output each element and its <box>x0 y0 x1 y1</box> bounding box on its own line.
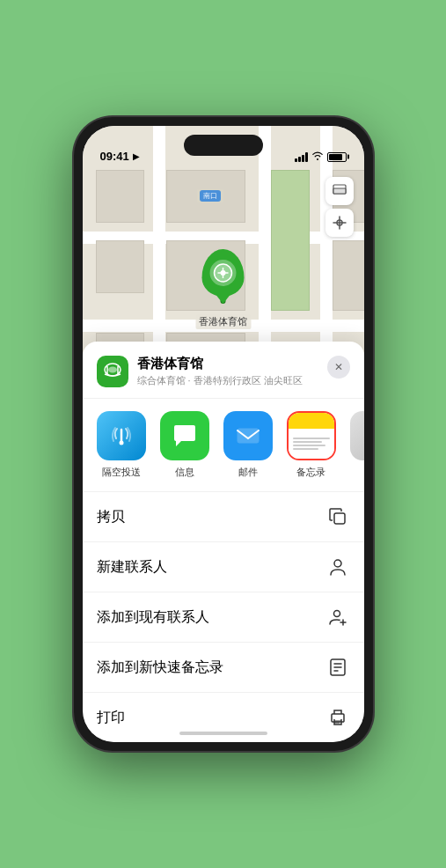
share-apps-row: 隔空投送 信息 <box>83 399 364 492</box>
map-location-button[interactable] <box>325 209 354 237</box>
phone-screen: 09:41 ▶ <box>83 126 364 742</box>
signal-bars <box>295 152 308 162</box>
dynamic-island <box>184 135 263 156</box>
status-icons <box>295 151 347 163</box>
map-layers-button[interactable] <box>325 177 354 205</box>
map-label-north-gate: 南口 <box>197 189 223 202</box>
venue-header: 香港体育馆 综合体育馆 · 香港特别行政区 油尖旺区 ✕ <box>83 356 364 399</box>
messages-label: 信息 <box>175 466 194 479</box>
action-copy[interactable]: 拷贝 <box>83 492 364 542</box>
share-app-notes[interactable]: 备忘录 <box>287 411 336 479</box>
signal-bar-2 <box>298 157 301 162</box>
gate-badge: 南口 <box>200 190 221 202</box>
action-new-contact[interactable]: 新建联系人 <box>83 542 364 592</box>
share-app-messages[interactable]: 信息 <box>160 411 209 479</box>
phone-frame: 09:41 ▶ <box>74 117 373 751</box>
building-3 <box>96 170 144 223</box>
action-add-existing[interactable]: 添加到现有联系人 <box>83 592 364 643</box>
person-icon <box>325 555 350 579</box>
status-time: 09:41 <box>100 150 129 163</box>
signal-bar-4 <box>305 152 308 162</box>
building-4 <box>96 240 144 293</box>
location-icon: ▶ <box>133 151 140 161</box>
copy-icon <box>325 504 350 529</box>
bottom-sheet: 香港体育馆 综合体育馆 · 香港特别行政区 油尖旺区 ✕ <box>83 342 364 742</box>
action-print-label: 打印 <box>97 709 125 727</box>
close-button[interactable]: ✕ <box>327 356 350 379</box>
airdrop-label: 隔空投送 <box>102 466 141 479</box>
messages-icon <box>160 411 209 460</box>
share-app-airdrop[interactable]: 隔空投送 <box>97 411 146 479</box>
mail-label: 邮件 <box>238 466 258 479</box>
wifi-icon <box>311 151 324 163</box>
svg-point-10 <box>334 560 341 567</box>
map-pin-container: 香港体育馆 <box>195 249 251 329</box>
print-icon <box>325 705 350 730</box>
mail-icon <box>223 411 273 460</box>
svg-point-6 <box>108 367 117 373</box>
map-pin-label: 香港体育馆 <box>195 314 251 329</box>
building-green-1 <box>271 170 310 311</box>
action-add-existing-label: 添加到现有联系人 <box>97 608 209 627</box>
share-app-more[interactable]: 提 <box>350 411 364 479</box>
notes-line-3 <box>293 445 326 446</box>
notes-line-1 <box>293 438 330 439</box>
airdrop-icon <box>97 411 146 460</box>
battery-fill <box>329 154 342 160</box>
map-controls <box>325 177 354 237</box>
signal-bar-3 <box>302 155 304 162</box>
signal-bar-1 <box>295 158 297 162</box>
notes-icon-top <box>289 413 334 429</box>
battery-icon <box>327 152 347 162</box>
svg-point-1 <box>221 270 226 276</box>
venue-subtitle: 综合体育馆 · 香港特别行政区 油尖旺区 <box>137 374 327 387</box>
map-pin-inner <box>210 260 237 286</box>
svg-rect-9 <box>334 513 345 524</box>
action-quick-note-label: 添加到新快速备忘录 <box>97 658 223 677</box>
venue-name: 香港体育馆 <box>137 356 327 372</box>
svg-point-7 <box>119 441 123 445</box>
notes-icon-body <box>289 429 334 459</box>
notes-line-4 <box>293 448 318 450</box>
person-add-icon <box>325 605 350 629</box>
venue-info: 香港体育馆 综合体育馆 · 香港特别行政区 油尖旺区 <box>137 356 327 387</box>
more-icon <box>350 411 364 460</box>
action-quick-note[interactable]: 添加到新快速备忘录 <box>83 643 364 693</box>
map-pin <box>202 249 245 297</box>
share-app-mail[interactable]: 邮件 <box>223 411 273 479</box>
svg-rect-8 <box>238 429 259 443</box>
notes-icon <box>287 411 336 460</box>
svg-rect-3 <box>333 188 346 194</box>
note-icon <box>325 655 350 680</box>
notes-line-2 <box>293 441 323 443</box>
svg-point-11 <box>333 611 340 617</box>
venue-icon <box>97 356 128 387</box>
action-new-contact-label: 新建联系人 <box>97 558 167 577</box>
notes-label: 备忘录 <box>296 466 325 479</box>
home-indicator <box>179 732 267 735</box>
building-8 <box>333 240 364 311</box>
action-copy-label: 拷贝 <box>97 508 125 526</box>
